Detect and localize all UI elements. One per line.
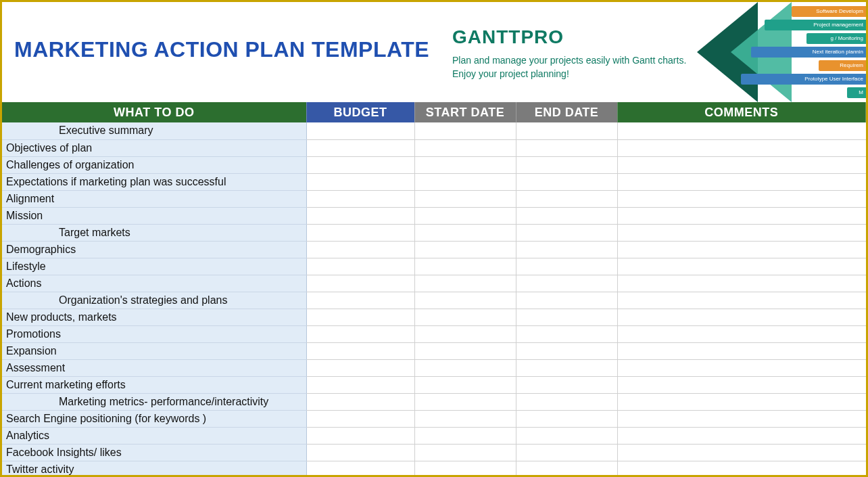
cell-end[interactable]	[516, 309, 617, 325]
cell-end[interactable]	[516, 393, 617, 410]
cell-comments[interactable]	[617, 190, 866, 207]
cell-comments[interactable]	[617, 325, 866, 342]
row-label[interactable]: Marketing metrics- performance/interacti…	[2, 393, 306, 410]
row-label[interactable]: Search Engine positioning (for keywords …	[2, 410, 306, 427]
cell-budget[interactable]	[306, 410, 414, 427]
cell-end[interactable]	[516, 139, 617, 156]
cell-comments[interactable]	[617, 139, 866, 156]
cell-budget[interactable]	[306, 444, 414, 461]
cell-comments[interactable]	[617, 207, 866, 224]
cell-end[interactable]	[516, 173, 617, 190]
cell-end[interactable]	[516, 258, 617, 275]
cell-budget[interactable]	[306, 156, 414, 173]
cell-budget[interactable]	[306, 393, 414, 410]
cell-comments[interactable]	[617, 359, 866, 376]
cell-comments[interactable]	[617, 461, 866, 477]
row-label[interactable]: Actions	[2, 275, 306, 292]
cell-budget[interactable]	[306, 241, 414, 258]
cell-comments[interactable]	[617, 156, 866, 173]
row-label[interactable]: Twitter activity	[2, 461, 306, 477]
cell-end[interactable]	[516, 224, 617, 241]
cell-comments[interactable]	[617, 444, 866, 461]
cell-end[interactable]	[516, 376, 617, 393]
cell-end[interactable]	[516, 325, 617, 342]
cell-budget[interactable]	[306, 376, 414, 393]
cell-end[interactable]	[516, 461, 617, 477]
cell-end[interactable]	[516, 427, 617, 444]
cell-start[interactable]	[414, 292, 516, 309]
cell-start[interactable]	[414, 309, 516, 325]
cell-end[interactable]	[516, 207, 617, 224]
row-label[interactable]: Facebook Insights/ likes	[2, 444, 306, 461]
row-label[interactable]: Expectations if marketing plan was succe…	[2, 173, 306, 190]
cell-start[interactable]	[414, 342, 516, 359]
cell-budget[interactable]	[306, 207, 414, 224]
row-label[interactable]: Promotions	[2, 325, 306, 342]
cell-start[interactable]	[414, 207, 516, 224]
cell-end[interactable]	[516, 359, 617, 376]
cell-budget[interactable]	[306, 427, 414, 444]
row-label[interactable]: Objectives of plan	[2, 139, 306, 156]
cell-budget[interactable]	[306, 309, 414, 325]
cell-comments[interactable]	[617, 427, 866, 444]
cell-comments[interactable]	[617, 173, 866, 190]
row-label[interactable]: Assessment	[2, 359, 306, 376]
cell-start[interactable]	[414, 359, 516, 376]
cell-budget[interactable]	[306, 461, 414, 477]
cell-end[interactable]	[516, 292, 617, 309]
cell-start[interactable]	[414, 224, 516, 241]
cell-comments[interactable]	[617, 122, 866, 139]
row-label[interactable]: Lifestyle	[2, 258, 306, 275]
cell-budget[interactable]	[306, 359, 414, 376]
cell-budget[interactable]	[306, 139, 414, 156]
row-label[interactable]: Demographics	[2, 241, 306, 258]
cell-budget[interactable]	[306, 325, 414, 342]
cell-end[interactable]	[516, 444, 617, 461]
cell-start[interactable]	[414, 190, 516, 207]
cell-end[interactable]	[516, 342, 617, 359]
cell-start[interactable]	[414, 173, 516, 190]
cell-comments[interactable]	[617, 292, 866, 309]
cell-start[interactable]	[414, 156, 516, 173]
row-label[interactable]: Organization's strategies and plans	[2, 292, 306, 309]
cell-start[interactable]	[414, 444, 516, 461]
cell-budget[interactable]	[306, 258, 414, 275]
cell-comments[interactable]	[617, 309, 866, 325]
cell-budget[interactable]	[306, 292, 414, 309]
cell-start[interactable]	[414, 393, 516, 410]
cell-start[interactable]	[414, 461, 516, 477]
row-label[interactable]: New products, markets	[2, 309, 306, 325]
cell-budget[interactable]	[306, 342, 414, 359]
cell-comments[interactable]	[617, 410, 866, 427]
cell-end[interactable]	[516, 275, 617, 292]
cell-end[interactable]	[516, 156, 617, 173]
cell-comments[interactable]	[617, 376, 866, 393]
cell-comments[interactable]	[617, 342, 866, 359]
cell-end[interactable]	[516, 122, 617, 139]
cell-comments[interactable]	[617, 393, 866, 410]
row-label[interactable]: Mission	[2, 207, 306, 224]
cell-comments[interactable]	[617, 224, 866, 241]
row-label[interactable]: Alignment	[2, 190, 306, 207]
cell-end[interactable]	[516, 190, 617, 207]
cell-end[interactable]	[516, 241, 617, 258]
row-label[interactable]: Challenges of organization	[2, 156, 306, 173]
cell-comments[interactable]	[617, 275, 866, 292]
cell-start[interactable]	[414, 410, 516, 427]
row-label[interactable]: Current marketing efforts	[2, 376, 306, 393]
row-label[interactable]: Analytics	[2, 427, 306, 444]
cell-budget[interactable]	[306, 122, 414, 139]
row-label[interactable]: Expansion	[2, 342, 306, 359]
cell-start[interactable]	[414, 122, 516, 139]
cell-budget[interactable]	[306, 224, 414, 241]
cell-start[interactable]	[414, 275, 516, 292]
cell-comments[interactable]	[617, 241, 866, 258]
cell-budget[interactable]	[306, 173, 414, 190]
cell-start[interactable]	[414, 139, 516, 156]
cell-start[interactable]	[414, 427, 516, 444]
row-label[interactable]: Executive summary	[2, 122, 306, 139]
cell-budget[interactable]	[306, 190, 414, 207]
cell-end[interactable]	[516, 410, 617, 427]
cell-start[interactable]	[414, 325, 516, 342]
cell-start[interactable]	[414, 376, 516, 393]
